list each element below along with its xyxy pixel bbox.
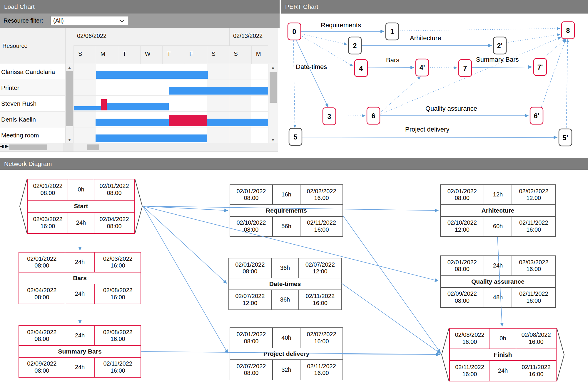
pert-edge-0-4 <box>301 36 353 66</box>
scroll-up-icon[interactable]: ▲ <box>68 65 71 69</box>
chart-vertical-scrollbar[interactable]: ▲ ▼ <box>268 64 278 143</box>
early-start-cell: 02/01/2022 08:00 <box>441 256 484 275</box>
pert-node-8[interactable]: 8 <box>562 22 574 39</box>
network-node-table: 02/01/2022 08:0024h02/03/2022 16:00Bars0… <box>19 252 141 304</box>
pert-node-3[interactable]: 3 <box>323 108 336 125</box>
duration-cell: 24h <box>65 326 95 345</box>
pert-node-6[interactable]: 6 <box>367 107 380 124</box>
pert-node-5p[interactable]: 5' <box>559 129 572 146</box>
pert-node-1[interactable]: 1 <box>386 23 399 40</box>
pert-edge-2p-8 <box>506 34 560 43</box>
slack-cell: 32h <box>273 360 300 380</box>
pert-node-2[interactable]: 2 <box>348 37 361 54</box>
early-finish-cell: 02/08/2022 16:00 <box>95 326 141 345</box>
pert-edge-0-5 <box>293 40 295 128</box>
pert-node-label: 7 <box>463 65 467 72</box>
late-start-cell: 02/09/2022 08:00 <box>19 358 65 377</box>
pert-edge-7p-8 <box>543 39 565 58</box>
gantt-bar[interactable] <box>74 106 101 110</box>
gantt-bar[interactable] <box>169 87 268 95</box>
pert-edge-0-3 <box>296 40 328 107</box>
scroll-up-icon[interactable]: ▲ <box>271 65 275 69</box>
week-label: 02/06/2022 <box>77 33 106 39</box>
network-node-table: 02/01/2022 08:000h02/01/2022 08:00Start0… <box>27 179 135 234</box>
scrollbar-thumb[interactable] <box>9 144 47 150</box>
slack-cell: 24h <box>65 284 95 304</box>
slack-cell: 24h <box>65 358 95 377</box>
pert-edge-4p-7 <box>429 68 457 68</box>
pert-node-6p[interactable]: 6' <box>530 107 543 124</box>
gantt-bar[interactable] <box>207 119 268 126</box>
pert-edge-label: Requirements <box>321 21 361 29</box>
app-window: Load Chart Resource filter: (All) Resour… <box>0 0 588 392</box>
gantt-bar[interactable] <box>107 103 169 110</box>
duration-cell: 16h <box>273 185 300 204</box>
late-finish-cell: 02/11/2022 16:00 <box>300 217 343 236</box>
chevron-down-icon <box>120 17 125 22</box>
task-title: Project delivery <box>230 348 343 359</box>
scrollbar-thumb[interactable] <box>270 72 277 103</box>
resource-row[interactable]: Meeting room <box>0 127 65 143</box>
network-node-start[interactable]: 02/01/2022 08:000h02/01/2022 08:00Start0… <box>27 179 135 234</box>
late-finish-cell: 02/11/2022 16:00 <box>512 217 555 236</box>
network-edge-requirements-finish <box>343 216 440 353</box>
resource-column-header: Resource <box>2 28 28 64</box>
day-header-row: SMTWTFSSM <box>74 46 268 64</box>
task-title: Summary Bars <box>19 346 141 357</box>
pert-edge-label: Arhitecture <box>410 34 441 42</box>
pert-node-label: 5 <box>294 133 298 141</box>
task-title: Quality assurance <box>441 276 555 287</box>
day-header-cell: F <box>185 46 207 64</box>
pert-node-0[interactable]: 0 <box>288 23 301 40</box>
task-title: Finish <box>450 349 556 360</box>
network-node-quality_assurance[interactable]: 02/01/2022 08:0024h02/03/2022 16:00Quali… <box>440 255 556 308</box>
resource-row[interactable]: Denis Kaelin <box>0 112 65 127</box>
day-header-cell: T <box>162 46 185 64</box>
network-diagram-panel-title: Network Diagram <box>0 158 588 170</box>
resource-row[interactable]: Clarissa Candelaria <box>0 64 65 80</box>
network-node-finish[interactable]: 02/08/2022 16:000h02/08/2022 16:00Finish… <box>449 328 557 381</box>
network-edge-project_delivery-finish <box>343 354 440 354</box>
network-node-date_times[interactable]: 02/01/2022 08:0036h02/07/2022 12:00Date-… <box>228 258 342 310</box>
scroll-down-icon[interactable]: ▼ <box>68 138 71 142</box>
scrollbar-thumb[interactable] <box>87 144 99 150</box>
pert-node-label: 8 <box>566 27 570 34</box>
pert-node-label: 2' <box>497 42 502 50</box>
gantt-bar-overload[interactable] <box>169 115 207 126</box>
pert-node-4p[interactable]: 4' <box>416 59 429 76</box>
pert-node-label: 4' <box>420 64 425 72</box>
pert-node-2p[interactable]: 2' <box>493 37 506 54</box>
late-finish-cell: 02/08/2022 16:00 <box>95 284 141 304</box>
resource-row[interactable]: Printer <box>0 80 65 96</box>
pert-node-7[interactable]: 7 <box>459 60 472 77</box>
day-header-cell: M <box>96 46 118 64</box>
task-title: Requirements <box>230 205 343 216</box>
task-title: Start <box>28 201 134 212</box>
resource-filter-dropdown[interactable]: (All) <box>51 16 128 25</box>
inner-vertical-scrollbar[interactable]: ▲ ▼ <box>65 64 74 143</box>
gantt-bar[interactable] <box>96 71 208 79</box>
scroll-down-icon[interactable]: ▼ <box>271 138 275 142</box>
pert-node-5[interactable]: 5 <box>289 128 302 145</box>
network-node-bars[interactable]: 02/01/2022 08:0024h02/03/2022 16:00Bars0… <box>19 252 141 304</box>
pert-node-label: 5' <box>563 134 568 142</box>
pert-edge-4-4p <box>368 68 414 68</box>
network-node-requirements[interactable]: 02/01/2022 08:0016h02/02/2022 16:00Requi… <box>230 184 343 237</box>
network-node-project_delivery[interactable]: 02/01/2022 08:0040h02/07/2022 16:00Proje… <box>230 327 343 380</box>
network-node-arhitecture[interactable]: 02/01/2022 08:0012h02/02/2022 12:00Arhit… <box>440 184 556 237</box>
scroll-left-icon[interactable]: ◀ <box>0 144 4 149</box>
gantt-bar[interactable] <box>96 134 207 142</box>
pert-diagram: 0122'844'77'366'55'RequirementsArhitectu… <box>281 14 588 158</box>
scrollbar-thumb[interactable] <box>66 71 73 126</box>
gantt-bar[interactable] <box>96 119 169 126</box>
scroll-right-icon[interactable]: ▶ <box>5 144 9 149</box>
gantt-bar-overload[interactable] <box>101 99 107 110</box>
early-finish-cell: 02/07/2022 12:00 <box>299 258 341 278</box>
pert-node-4[interactable]: 4 <box>355 60 368 77</box>
late-start-cell: 02/09/2022 08:00 <box>441 288 484 307</box>
network-node-summary_bars[interactable]: 02/04/2022 08:0024h02/08/2022 16:00Summa… <box>19 325 141 378</box>
resource-row[interactable]: Steven Rush <box>0 96 65 112</box>
pert-edge-label: Date-times <box>296 63 327 70</box>
pert-node-7p[interactable]: 7' <box>534 58 547 75</box>
late-start-cell: 02/07/2022 08:00 <box>230 360 272 380</box>
